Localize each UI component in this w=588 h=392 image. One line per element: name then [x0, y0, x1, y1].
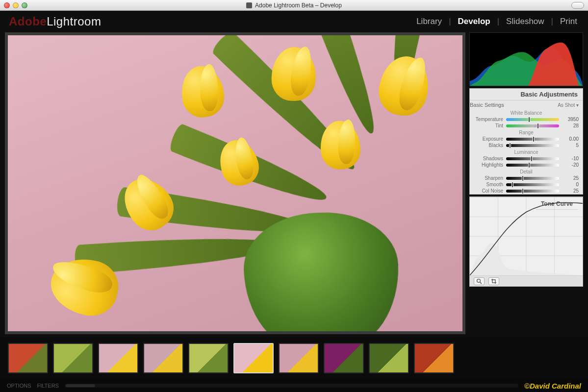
svg-point-6 — [477, 279, 481, 282]
slider-label: Smooth — [472, 182, 503, 187]
filmstrip-thumb[interactable] — [324, 343, 364, 373]
filmstrip-thumb-image — [325, 344, 363, 372]
white-balance-mode-dropdown[interactable]: As Shot ▾ — [558, 102, 579, 108]
group-detail: Detail — [470, 169, 583, 174]
filmstrip-thumb[interactable] — [233, 343, 274, 373]
slider-track[interactable] — [506, 138, 559, 141]
slider-tint: Tint28 — [470, 122, 583, 129]
slider-track[interactable] — [506, 190, 559, 193]
image-canvas-frame — [5, 32, 465, 334]
tone-curve-panel: Tone Curve — [469, 196, 583, 287]
crop-tool-button[interactable] — [488, 277, 499, 285]
filmstrip-thumb-image — [280, 344, 318, 372]
filmstrip-thumb[interactable] — [188, 343, 229, 373]
module-library[interactable]: Library — [416, 17, 442, 26]
slider-blacks: Blacks5 — [470, 142, 583, 148]
slider-thumb[interactable] — [531, 156, 533, 162]
filmstrip-thumb[interactable] — [98, 343, 138, 373]
filmstrip-thumb-image — [415, 344, 453, 372]
zoom-tool-button[interactable] — [474, 277, 485, 285]
filmstrip-thumb[interactable] — [414, 343, 454, 373]
window-title-text: Adobe Lightroom Beta – Develop — [255, 2, 342, 9]
slider-thumb[interactable] — [522, 175, 524, 181]
filmstrip-thumb[interactable] — [143, 343, 183, 373]
slider-track[interactable] — [506, 124, 559, 127]
slider-sharpen: Sharpen25 — [470, 175, 583, 181]
tone-curve-graph[interactable]: Tone Curve — [470, 197, 583, 275]
filmstrip-thumb[interactable] — [369, 343, 409, 373]
slider-track[interactable] — [506, 183, 559, 186]
scrollbar-thumb[interactable] — [66, 384, 95, 387]
options-button[interactable]: OPTIONS — [7, 383, 31, 389]
image-canvas[interactable] — [8, 35, 462, 331]
module-slideshow[interactable]: Slideshow — [506, 17, 544, 26]
slider-thumb[interactable] — [537, 123, 539, 129]
minimize-window-button[interactable] — [13, 2, 19, 8]
slider-temperature: Temperature3950 — [470, 116, 583, 122]
slider-label: Blacks — [472, 143, 503, 148]
photo-tulip — [114, 169, 182, 239]
svg-line-7 — [480, 282, 482, 284]
filmstrip[interactable] — [0, 337, 588, 379]
module-print[interactable]: Print — [560, 17, 577, 26]
slider-highlights: Highlights-20 — [470, 162, 583, 168]
slider-thumb[interactable] — [528, 162, 530, 168]
group-range: Range — [470, 130, 583, 135]
slider-thumb[interactable] — [509, 143, 511, 148]
slider-track[interactable] — [506, 177, 559, 180]
slider-value[interactable]: 25 — [562, 175, 579, 181]
slider-label: Highlights — [472, 162, 503, 168]
workspace: Basic Adjustments Basic Settings As Shot… — [0, 32, 588, 337]
slider-track[interactable] — [506, 144, 559, 147]
histogram[interactable] — [469, 32, 583, 86]
basic-settings-label: Basic Settings — [470, 102, 504, 108]
right-rail: Basic Adjustments Basic Settings As Shot… — [469, 32, 583, 334]
slider-colornoise: Col Noise25 — [470, 188, 583, 194]
slider-value[interactable]: 5 — [562, 143, 579, 148]
filmstrip-thumb[interactable] — [8, 343, 48, 373]
slider-label: Shadows — [472, 156, 503, 161]
filmstrip-thumb[interactable] — [53, 343, 93, 373]
filters-button[interactable]: FILTERS — [37, 383, 59, 389]
filmstrip-thumb-image — [54, 344, 92, 372]
slider-smooth: Smooth0 — [470, 181, 583, 188]
panel-title[interactable]: Basic Adjustments — [470, 89, 583, 100]
close-window-button[interactable] — [4, 2, 10, 8]
slider-thumb[interactable] — [533, 136, 535, 142]
slider-label: Sharpen — [472, 175, 503, 181]
slider-thumb[interactable] — [511, 182, 513, 188]
slider-label: Tint — [472, 123, 503, 128]
slider-value[interactable]: 28 — [562, 123, 579, 128]
slider-label: Col Noise — [472, 188, 503, 194]
slider-value[interactable]: 0.00 — [562, 136, 579, 142]
filmstrip-thumb-image — [144, 344, 182, 372]
slider-thumb[interactable] — [528, 117, 530, 122]
slider-track[interactable] — [506, 164, 559, 167]
filmstrip-thumb-image — [9, 344, 47, 372]
status-bar: OPTIONS FILTERS ©David Cardinal — [0, 379, 588, 392]
mac-titlebar: Adobe Lightroom Beta – Develop — [0, 0, 588, 11]
slider-track[interactable] — [506, 118, 559, 121]
mac-pill-button[interactable] — [571, 2, 584, 9]
filmstrip-thumb-image — [370, 344, 408, 372]
slider-value[interactable]: 0 — [562, 182, 579, 187]
filmstrip-thumb[interactable] — [279, 343, 319, 373]
slider-value[interactable]: -20 — [562, 162, 579, 168]
slider-value[interactable]: 3950 — [562, 117, 579, 122]
slider-thumb[interactable] — [522, 188, 524, 194]
slider-track[interactable] — [506, 157, 559, 160]
group-luminance: Luminance — [470, 149, 583, 155]
zoom-window-button[interactable] — [22, 2, 27, 8]
brand-adobe: Adobe — [9, 15, 47, 28]
module-develop[interactable]: Develop — [458, 17, 490, 26]
slider-value[interactable]: 25 — [562, 188, 579, 194]
photo-tulip — [319, 120, 362, 171]
app-icon — [246, 2, 252, 8]
slider-value[interactable]: -10 — [562, 156, 579, 161]
app-header: Adobe Lightroom Library|Develop|Slidesho… — [0, 11, 588, 32]
filmstrip-thumb-image — [234, 344, 273, 372]
module-picker: Library|Develop|Slideshow|Print — [416, 17, 577, 26]
photo-tulip — [271, 47, 317, 102]
filmstrip-scrollbar[interactable] — [65, 384, 518, 388]
slider-label: Exposure — [472, 136, 503, 142]
